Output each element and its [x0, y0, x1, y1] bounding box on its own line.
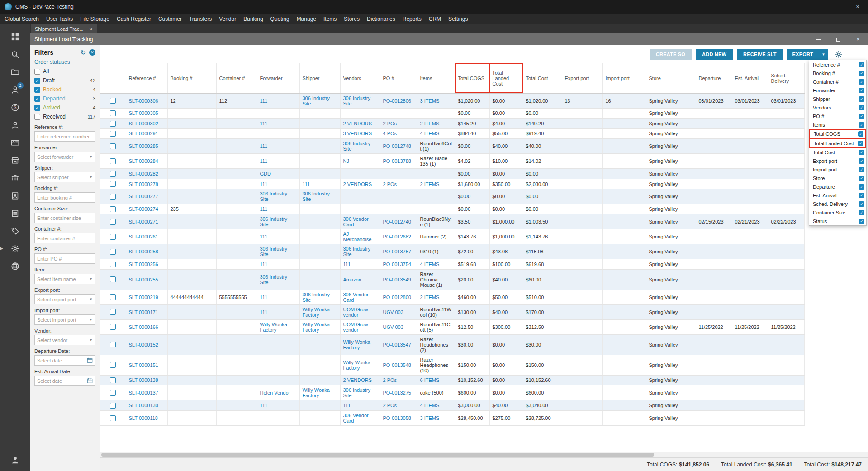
- field-input-po[interactable]: [34, 253, 95, 264]
- reference-link[interactable]: SLT-0000152: [129, 342, 158, 347]
- panel-expander-icon[interactable]: ▶: [0, 246, 3, 251]
- inner-close-icon[interactable]: ×: [848, 33, 868, 45]
- items-link[interactable]: 2 ITEMS: [420, 295, 440, 300]
- column-chooser-item-total-cogs[interactable]: Total COGS✓: [809, 129, 866, 138]
- text-input[interactable]: [37, 134, 93, 139]
- vendors-link[interactable]: Willy Wonka Factory: [343, 360, 370, 371]
- status-filter-received[interactable]: Received117: [34, 112, 95, 121]
- menu-item-customer[interactable]: Customer: [155, 14, 185, 24]
- menu-item-reports[interactable]: Reports: [399, 14, 425, 24]
- add-new-button[interactable]: ADD NEW: [696, 49, 733, 60]
- reference-link[interactable]: SLT-0000274: [129, 206, 158, 212]
- column-chooser-item-forwarder[interactable]: Forwarder✓: [809, 86, 866, 95]
- field-input-shipper[interactable]: Select shipper▼: [34, 172, 95, 182]
- menu-item-vendor[interactable]: Vendor: [215, 14, 240, 24]
- po-link[interactable]: PO-0013275: [383, 390, 411, 395]
- menu-item-banking[interactable]: Banking: [240, 14, 266, 24]
- reference-link[interactable]: SLT-0000284: [129, 158, 158, 164]
- table-row[interactable]: SLT-0000171111Willy Wonka FactoryUOM Gro…: [100, 304, 804, 319]
- vendors-link[interactable]: 111: [343, 403, 351, 408]
- vendors-link[interactable]: NJ: [343, 158, 349, 164]
- items-link[interactable]: 3 ITEMS: [420, 98, 440, 104]
- menu-item-global-search[interactable]: Global Search: [1, 14, 43, 24]
- menu-item-crm[interactable]: CRM: [425, 14, 445, 24]
- global-search-icon[interactable]: [10, 49, 20, 59]
- column-chooser-item-shipper[interactable]: Shipper✓: [809, 95, 866, 103]
- row-checkbox[interactable]: [110, 171, 116, 177]
- forwarder-link[interactable]: 306 Industry Site: [260, 191, 288, 202]
- table-row[interactable]: SLT-00001382 VENDORS2 POs6 ITEMS$10,152.…: [100, 375, 804, 385]
- po-link[interactable]: UGV-003: [383, 324, 403, 330]
- items-link[interactable]: 4 ITEMS: [420, 403, 440, 408]
- forwarder-link[interactable]: 306 Industry Site: [260, 274, 288, 285]
- chevron-down-icon[interactable]: ▼: [89, 318, 93, 322]
- row-checkbox[interactable]: [110, 262, 116, 267]
- column-header-booking[interactable]: Booking #: [167, 63, 216, 93]
- chooser-checkbox[interactable]: ✓: [859, 193, 864, 198]
- table-row[interactable]: SLT-0000256111111PO-00137544 ITEMS$519.6…: [100, 259, 804, 270]
- chevron-down-icon[interactable]: ▼: [89, 175, 93, 179]
- horizontal-scrollbar[interactable]: [100, 452, 868, 457]
- table-row[interactable]: SLT-0000282GDD$0.00$0.00$0.00Spring Vall…: [100, 169, 804, 179]
- row-checkbox[interactable]: [110, 131, 116, 137]
- vendors-link[interactable]: Amazon: [343, 277, 361, 282]
- row-checkbox[interactable]: [110, 98, 116, 104]
- forwarder-link[interactable]: Willy Wonka Factory: [260, 322, 287, 333]
- menu-item-quoting[interactable]: Quoting: [267, 14, 293, 24]
- reference-link[interactable]: SLT-0000278: [129, 181, 158, 187]
- column-chooser-item-store[interactable]: Store✓: [809, 174, 866, 182]
- chooser-checkbox[interactable]: ✓: [859, 201, 864, 207]
- reference-link[interactable]: SLT-0000277: [129, 194, 158, 199]
- vendors-link[interactable]: 111: [343, 262, 351, 267]
- stores-icon[interactable]: [10, 155, 20, 165]
- reference-link[interactable]: SLT-0000166: [129, 324, 158, 330]
- chevron-down-icon[interactable]: ▼: [89, 277, 93, 281]
- table-row[interactable]: SLT-0000118306 Vendor CardPO-00130583 IT…: [100, 410, 804, 425]
- row-checkbox[interactable]: [110, 324, 116, 330]
- vendors-link[interactable]: UOM Grow vendor: [343, 307, 368, 318]
- menu-item-file-storage[interactable]: File Storage: [76, 14, 113, 24]
- status-filter-departed[interactable]: ✓Departed3: [34, 94, 95, 103]
- chooser-checkbox[interactable]: ✓: [858, 141, 863, 146]
- column-header-total-landed-cost[interactable]: Total Landed Cost: [489, 63, 523, 93]
- row-checkbox[interactable]: [110, 194, 116, 200]
- po-link[interactable]: 2 POs: [383, 377, 397, 383]
- table-row[interactable]: SLT-0000277306 Industry Site306 Industry…: [100, 189, 804, 204]
- po-link[interactable]: PO-0013058: [383, 415, 411, 421]
- forwarder-link[interactable]: 111: [260, 262, 268, 267]
- chooser-checkbox[interactable]: ✓: [859, 105, 864, 110]
- po-link[interactable]: 2 POs: [383, 181, 397, 187]
- minimize-icon[interactable]: [806, 0, 826, 14]
- close-icon[interactable]: ×: [847, 0, 868, 14]
- field-input-export-port[interactable]: Select export port▼: [34, 294, 95, 304]
- field-input-forwarder[interactable]: Select forwarder▼: [34, 152, 95, 162]
- table-row[interactable]: SLT-00002913 VENDORS4 POs4 ITEMS$864.40$…: [100, 128, 804, 139]
- field-input-booking[interactable]: [34, 192, 95, 203]
- chooser-checkbox[interactable]: ✓: [859, 184, 864, 190]
- field-input-vendor[interactable]: Select vendor▼: [34, 335, 95, 345]
- column-chooser-item-total-landed-cost[interactable]: Total Landed Cost✓: [809, 138, 866, 148]
- vendors-link[interactable]: 2 VENDORS: [343, 121, 372, 126]
- chooser-checkbox[interactable]: ✓: [859, 176, 864, 181]
- field-input-item[interactable]: Select Item name▼: [34, 274, 95, 284]
- reference-link[interactable]: SLT-0000302: [129, 121, 158, 126]
- reference-link[interactable]: SLT-0000271: [129, 219, 158, 224]
- vendors-link[interactable]: 2 VENDORS: [343, 181, 372, 187]
- reference-link[interactable]: SLT-0000291: [129, 131, 158, 136]
- column-header-reference[interactable]: Reference #: [126, 63, 167, 93]
- column-header-export-port[interactable]: Export port: [562, 63, 602, 93]
- tab-close-icon[interactable]: ✕: [89, 27, 93, 32]
- shipper-link[interactable]: Willy Wonka Factory: [303, 387, 330, 398]
- po-link[interactable]: PO-0012682: [383, 234, 411, 239]
- column-chooser-item-po[interactable]: PO #✓: [809, 112, 866, 120]
- status-filter-all[interactable]: All: [34, 67, 95, 76]
- reference-link[interactable]: SLT-0000171: [129, 309, 158, 315]
- status-checkbox[interactable]: ✓: [34, 87, 40, 93]
- table-row[interactable]: SLT-0000284111NJPO-0013788Razer Blade 13…: [100, 154, 804, 169]
- po-link[interactable]: PO-0012800: [383, 295, 411, 300]
- column-header-store[interactable]: Store: [646, 63, 696, 93]
- row-checkbox[interactable]: [110, 362, 116, 368]
- table-row[interactable]: SLT-0000305$0.00$0.00$0.00Spring Valley: [100, 108, 804, 119]
- items-link[interactable]: 4 ITEMS: [420, 262, 440, 267]
- po-link[interactable]: PO-0012806: [383, 98, 411, 104]
